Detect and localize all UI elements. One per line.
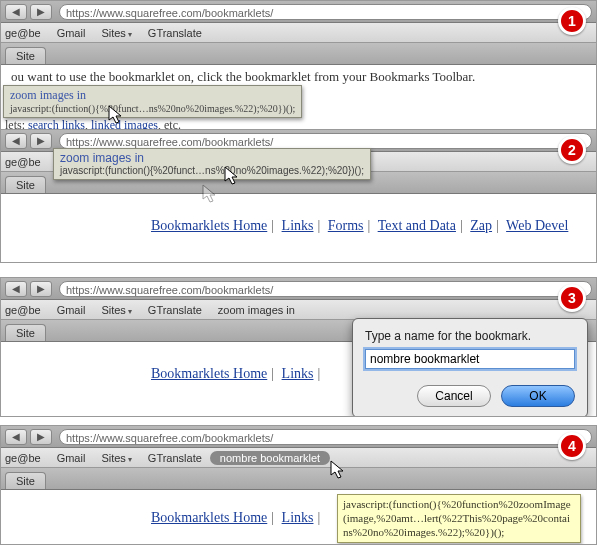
bm-cutoff: ge@be — [5, 302, 49, 318]
nav-forward-button[interactable]: ▶ — [30, 4, 52, 20]
bookmarks-bar: ge@be Gmail Sites GTranslate zoom images… — [1, 300, 596, 320]
nav-links-row: Bookmarklets Home| Links| Forms| Text an… — [11, 218, 586, 234]
bm-cutoff: ge@be — [5, 154, 49, 170]
bm-gtranslate[interactable]: GTranslate — [140, 25, 210, 41]
bm-gmail[interactable]: Gmail — [49, 450, 94, 466]
tab-bar: Site — [1, 43, 596, 65]
ok-button[interactable]: OK — [501, 385, 575, 407]
page-content-2: Bookmarklets Home| Links| Forms| Text an… — [1, 194, 596, 262]
cancel-button[interactable]: Cancel — [417, 385, 491, 407]
step-badge-1: 1 — [558, 7, 586, 35]
step-badge-3: 3 — [558, 284, 586, 312]
link-home[interactable]: Bookmarklets Home — [151, 366, 267, 381]
cursor-ghost-icon — [201, 184, 219, 204]
bm-cutoff: ge@be — [5, 450, 49, 466]
body-text-fragment: ou want to use the bookmarklet on, click… — [11, 69, 586, 85]
tooltip-title: zoom images in — [10, 88, 295, 103]
page-content-1: ou want to use the bookmarklet on, click… — [1, 65, 596, 135]
bm-new-bookmarklet[interactable]: nombre bookmarklet — [210, 451, 330, 465]
step-badge-4: 4 — [558, 432, 586, 460]
bm-gmail[interactable]: Gmail — [49, 25, 94, 41]
nav-back-button[interactable]: ◀ — [5, 4, 27, 20]
nav-back-button[interactable]: ◀ — [5, 281, 27, 297]
bm-gtranslate[interactable]: GTranslate — [140, 450, 210, 466]
link-links[interactable]: Links — [282, 218, 314, 233]
link-zap[interactable]: Zap — [470, 218, 492, 233]
link-links[interactable]: Links — [282, 366, 314, 381]
cursor-icon — [223, 166, 241, 186]
cursor-icon — [107, 105, 125, 125]
bm-gtranslate[interactable]: GTranslate — [140, 302, 210, 318]
bookmarks-bar: ge@be Gmail Sites GTranslate nombre book… — [1, 448, 596, 468]
drag-tooltip-over-bar: zoom images in javascript:(function(){%2… — [53, 148, 371, 180]
dialog-label: Type a name for the bookmark. — [365, 329, 575, 343]
tooltip-url: javascript:(function(){%20funct…ns%20no%… — [10, 103, 295, 114]
url-toolbar: ◀ ▶ https://www.squarefree.com/bookmarkl… — [1, 426, 596, 448]
nav-forward-button[interactable]: ▶ — [30, 281, 52, 297]
bm-cutoff: ge@be — [5, 25, 49, 41]
tab-site[interactable]: Site — [5, 176, 46, 193]
panel-step-4: 4 ◀ ▶ https://www.squarefree.com/bookmar… — [0, 425, 597, 545]
tooltip-title: zoom images in — [60, 151, 364, 165]
tab-site[interactable]: Site — [5, 47, 46, 64]
panel-step-2: 2 ◀ ▶ https://www.squarefree.com/bookmar… — [0, 129, 597, 263]
url-field[interactable]: https://www.squarefree.com/bookmarklets/ — [59, 429, 592, 445]
tooltip-url: javascript:(function(){%20funct…ns%20no%… — [60, 165, 364, 176]
drag-tooltip: zoom images in javascript:(function(){%2… — [3, 85, 302, 118]
nav-back-button[interactable]: ◀ — [5, 133, 27, 149]
name-bookmark-dialog: Type a name for the bookmark. Cancel OK — [352, 318, 588, 417]
link-text-data[interactable]: Text and Data — [378, 218, 456, 233]
bm-new-placeholder[interactable]: zoom images in — [210, 302, 303, 318]
step-badge-2: 2 — [558, 136, 586, 164]
tab-bar: Site — [1, 468, 596, 490]
url-field[interactable]: https://www.squarefree.com/bookmarklets/ — [59, 4, 592, 20]
bookmark-name-input[interactable] — [365, 349, 575, 369]
link-home[interactable]: Bookmarklets Home — [151, 510, 267, 525]
url-field[interactable]: https://www.squarefree.com/bookmarklets/ — [59, 133, 592, 149]
tab-site[interactable]: Site — [5, 324, 46, 341]
nav-forward-button[interactable]: ▶ — [30, 133, 52, 149]
link-links[interactable]: Links — [282, 510, 314, 525]
link-home[interactable]: Bookmarklets Home — [151, 218, 267, 233]
bookmarks-bar: ge@be Gmail Sites GTranslate — [1, 23, 596, 43]
nav-forward-button[interactable]: ▶ — [30, 429, 52, 445]
url-toolbar: ◀ ▶ https://www.squarefree.com/bookmarkl… — [1, 1, 596, 23]
page-content-4: Bookmarklets Home| Links| javascript:(fu… — [1, 490, 596, 544]
tab-site[interactable]: Site — [5, 472, 46, 489]
bm-gmail[interactable]: Gmail — [49, 302, 94, 318]
bm-sites-folder[interactable]: Sites — [93, 302, 139, 318]
bookmarks-bar: ge@be G zoom images in javascript:(funct… — [1, 152, 596, 172]
url-field[interactable]: https://www.squarefree.com/bookmarklets/ — [59, 281, 592, 297]
bm-sites-folder[interactable]: Sites — [93, 25, 139, 41]
nav-back-button[interactable]: ◀ — [5, 429, 27, 445]
cursor-icon — [329, 460, 347, 480]
link-forms[interactable]: Forms — [328, 218, 364, 233]
bm-sites-folder[interactable]: Sites — [93, 450, 139, 466]
url-toolbar: ◀ ▶ https://www.squarefree.com/bookmarkl… — [1, 278, 596, 300]
link-web-devel[interactable]: Web Devel — [506, 218, 568, 233]
panel-step-3: 3 ◀ ▶ https://www.squarefree.com/bookmar… — [0, 277, 597, 417]
panel-step-1: 1 ◀ ▶ https://www.squarefree.com/bookmar… — [0, 0, 597, 137]
bookmarklet-tooltip: javascript:(function(){%20function%20zoo… — [337, 494, 581, 543]
